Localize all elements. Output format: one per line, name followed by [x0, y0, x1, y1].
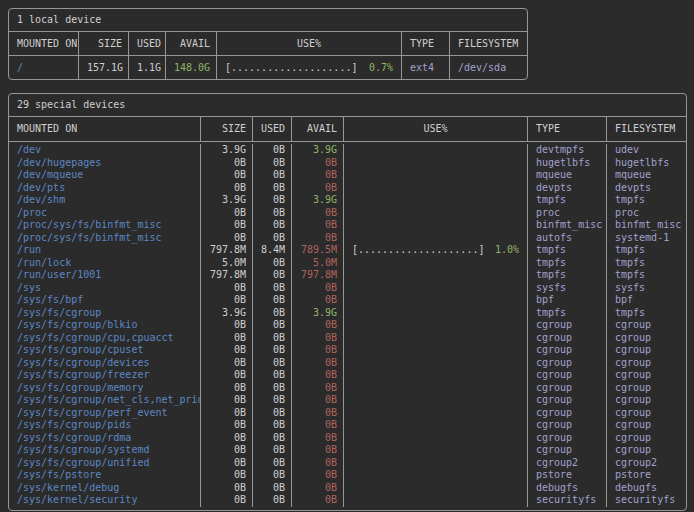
column-header-avail: AVAIL	[165, 32, 216, 55]
cell-used: 0B	[252, 219, 291, 232]
cell-size: 0B	[200, 219, 252, 232]
cell-use-percent	[343, 169, 527, 182]
cell-mounted-on: /proc	[9, 207, 200, 220]
cell-size: 0B	[200, 382, 252, 395]
cell-size: 0B	[200, 282, 252, 295]
cell-avail: 148.0G	[165, 56, 216, 79]
cell-type: sysfs	[527, 282, 606, 295]
cell-mounted-on: /dev/pts	[9, 182, 200, 195]
table-row: /dev/hugepages 0B 0B 0B hugetlbfs hugetl…	[9, 157, 686, 170]
table-row: /sys/fs/cgroup/perf_event 0B 0B 0B cgrou…	[9, 407, 686, 420]
table-row: /sys/fs/cgroup/rdma 0B 0B 0B cgroup cgro…	[9, 432, 686, 445]
cell-avail: 3.9G	[291, 194, 343, 207]
cell-size: 0B	[200, 169, 252, 182]
cell-avail: 0B	[291, 432, 343, 445]
cell-avail: 0B	[291, 357, 343, 370]
table-row: /dev/mqueue 0B 0B 0B mqueue mqueue	[9, 169, 686, 182]
table-row: /sys/fs/pstore 0B 0B 0B pstore pstore	[9, 469, 686, 482]
table-row: /dev 3.9G 0B 3.9G devtmpfs udev	[9, 144, 686, 157]
column-header-avail: AVAIL	[291, 117, 343, 141]
cell-filesystem: cgroup	[606, 444, 686, 457]
cell-type: cgroup	[527, 394, 606, 407]
cell-size: 0B	[200, 157, 252, 170]
table-title: 29 special devices	[9, 94, 686, 117]
cell-filesystem: cgroup	[606, 332, 686, 345]
cell-size: 0B	[200, 482, 252, 495]
cell-used: 0B	[252, 257, 291, 270]
cell-avail: 0B	[291, 494, 343, 507]
cell-mounted-on: /sys/fs/cgroup/perf_event	[9, 407, 200, 420]
cell-type: bpf	[527, 294, 606, 307]
column-header-size: SIZE	[78, 32, 128, 55]
table-body: / 157.1G 1.1G 148.0G [..................…	[9, 56, 527, 79]
cell-mounted-on: /dev/mqueue	[9, 169, 200, 182]
cell-size: 157.1G	[78, 56, 128, 79]
table-row: /run/lock 5.0M 0B 5.0M tmpfs tmpfs	[9, 257, 686, 270]
cell-use-percent	[343, 469, 527, 482]
cell-size: 3.9G	[200, 194, 252, 207]
cell-used: 1.1G	[128, 56, 165, 79]
cell-use-percent	[343, 319, 527, 332]
cell-mounted-on: /sys/fs/cgroup/systemd	[9, 444, 200, 457]
cell-use-percent	[343, 382, 527, 395]
cell-filesystem: tmpfs	[606, 307, 686, 320]
table-row: /proc/sys/fs/binfmt_misc 0B 0B 0B binfmt…	[9, 219, 686, 232]
cell-avail: 0B	[291, 319, 343, 332]
table-row: /sys/fs/cgroup/freezer 0B 0B 0B cgroup c…	[9, 369, 686, 382]
cell-type: binfmt_misc	[527, 219, 606, 232]
cell-used: 0B	[252, 157, 291, 170]
cell-type: cgroup	[527, 382, 606, 395]
cell-filesystem: cgroup	[606, 394, 686, 407]
cell-use-percent	[343, 157, 527, 170]
cell-avail: 0B	[291, 469, 343, 482]
cell-mounted-on: /sys/fs/cgroup/blkio	[9, 319, 200, 332]
column-header-filesystem: FILESYSTEM	[449, 32, 527, 55]
cell-type: tmpfs	[527, 257, 606, 270]
cell-type: tmpfs	[527, 269, 606, 282]
table-title: 1 local device	[9, 9, 527, 32]
cell-filesystem: cgroup	[606, 419, 686, 432]
cell-use-percent	[343, 332, 527, 345]
cell-use-percent	[343, 407, 527, 420]
cell-size: 3.9G	[200, 144, 252, 157]
cell-type: cgroup	[527, 419, 606, 432]
cell-size: 797.8M	[200, 244, 252, 257]
cell-type: cgroup	[527, 357, 606, 370]
cell-use-percent	[343, 444, 527, 457]
cell-avail: 0B	[291, 444, 343, 457]
cell-filesystem: devpts	[606, 182, 686, 195]
cell-use-percent	[343, 207, 527, 220]
cell-use-percent	[343, 432, 527, 445]
cell-size: 0B	[200, 232, 252, 245]
cell-size: 0B	[200, 357, 252, 370]
cell-size: 0B	[200, 469, 252, 482]
cell-type: cgroup	[527, 432, 606, 445]
cell-mounted-on: /sys	[9, 282, 200, 295]
cell-type: cgroup2	[527, 457, 606, 470]
cell-size: 0B	[200, 319, 252, 332]
cell-size: 0B	[200, 182, 252, 195]
cell-filesystem: cgroup	[606, 344, 686, 357]
cell-mounted-on: /dev/shm	[9, 194, 200, 207]
cell-use-percent	[343, 357, 527, 370]
table-row: /sys/kernel/debug 0B 0B 0B debugfs debug…	[9, 482, 686, 495]
cell-mounted-on: /sys/fs/cgroup/devices	[9, 357, 200, 370]
cell-avail: 3.9G	[291, 307, 343, 320]
cell-avail: 0B	[291, 482, 343, 495]
cell-avail: 789.5M	[291, 244, 343, 257]
cell-size: 0B	[200, 207, 252, 220]
special-devices-table: 29 special devices MOUNTED ON SIZE USED …	[8, 93, 687, 511]
cell-size: 0B	[200, 394, 252, 407]
cell-type: autofs	[527, 232, 606, 245]
cell-use-percent	[343, 257, 527, 270]
cell-filesystem: proc	[606, 207, 686, 220]
cell-filesystem: tmpfs	[606, 194, 686, 207]
cell-avail: 0B	[291, 419, 343, 432]
cell-size: 0B	[200, 419, 252, 432]
cell-type: devtmpfs	[527, 144, 606, 157]
cell-filesystem: cgroup	[606, 382, 686, 395]
column-header-used: USED	[252, 117, 291, 141]
cell-size: 0B	[200, 294, 252, 307]
cell-filesystem: cgroup	[606, 357, 686, 370]
cell-use-percent	[343, 394, 527, 407]
